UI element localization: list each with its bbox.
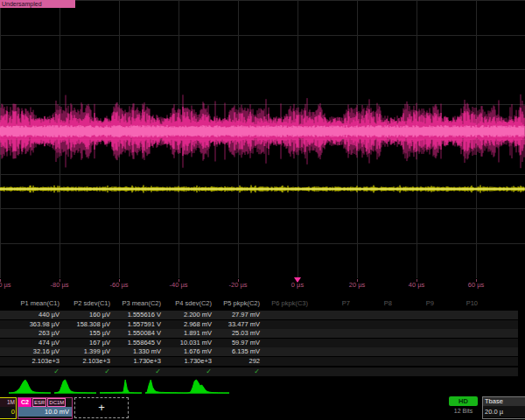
measure-value: 25.03 mV <box>195 329 260 338</box>
c1-coupling-tag: 1M <box>0 398 16 407</box>
timebase-axis: -100 µs-80 µs-60 µs-40 µs-20 µs0 µs20 µs… <box>0 279 525 291</box>
axis-tick-label: -100 µs <box>0 281 11 289</box>
histicon-p3[interactable] <box>100 378 142 395</box>
c2-descriptor-header: C2 ESR DC1M <box>18 398 72 407</box>
resolution-bits-label: 12 Bits <box>449 408 478 414</box>
c2-noise-trace-core <box>0 125 524 137</box>
channel-c1-descriptor[interactable]: 1M 0 mV <box>0 397 17 419</box>
histicon-p1[interactable] <box>9 378 51 395</box>
measure-header-row: P1 mean(C1)P2 sdev(C1)P3 mean(C2)P4 sdev… <box>0 299 525 309</box>
measure-stat-row: 440 µV160 µV1.555616 V2.200 mV27.97 mV <box>0 311 518 319</box>
timebase-scale: 20.0 µ <box>483 406 525 417</box>
c2-esr-tag: ESR <box>32 398 46 407</box>
axis-tick-label: 60 µs <box>468 281 485 289</box>
histicon-p5[interactable] <box>187 378 229 395</box>
param-header-unused-p10[interactable]: P10 <box>413 299 478 307</box>
measure-stat-row: 263 µV155 µV1.550084 V1.891 mV25.03 mV <box>0 329 518 338</box>
axis-tick-label: 20 µs <box>349 281 366 289</box>
histicon-p4[interactable] <box>145 378 187 395</box>
undersampled-warning-badge: Undersampled <box>0 0 75 8</box>
status-checkmark-icon: ✓ <box>195 368 260 375</box>
waveform-graticule <box>0 0 525 278</box>
channel-c2-descriptor[interactable]: C2 ESR DC1M 10.0 mV <box>18 397 73 419</box>
axis-tick-label: -20 µs <box>229 281 248 289</box>
axis-tick-label: -40 µs <box>170 281 188 289</box>
c2-coupling-tag: DC1M <box>47 398 66 407</box>
oscilloscope-screen: Undersampled -100 µs-80 µs-60 µs-40 µs-2… <box>0 0 525 420</box>
trigger-position-marker <box>294 277 301 283</box>
hd-mode-badge[interactable]: HD <box>449 396 478 406</box>
axis-tick-label: -80 µs <box>51 281 69 289</box>
parameter-histicons <box>0 378 525 396</box>
add-trace-button[interactable]: + <box>74 397 129 418</box>
c2-vertical-scale: 10.0 mV <box>18 407 72 416</box>
axis-tick-label: 40 µs <box>409 281 425 289</box>
measure-value: 59.97 mV <box>195 339 260 347</box>
timebase-descriptor[interactable]: Tbase 20.0 µ <box>482 396 525 419</box>
axis-tick-label: -60 µs <box>110 281 129 289</box>
measurement-table: P1 mean(C1)P2 sdev(C1)P3 mean(C2)P4 sdev… <box>0 299 525 378</box>
measure-stat-row: 363.98 µV158.308 µV1.557591 V2.968 mV33.… <box>0 320 518 329</box>
descriptor-bar: 1M 0 mV C2 ESR DC1M 10.0 mV + HD 12 Bits… <box>0 396 525 420</box>
measure-value: 33.477 mV <box>195 320 260 329</box>
measure-stat-row: 32.16 µV1.399 µV1.330 mV1.676 mV6.135 mV <box>0 347 518 356</box>
measure-value: 27.97 mV <box>195 311 260 319</box>
measure-value: 6.135 mV <box>195 347 260 356</box>
c1-vertical-scale: 0 mV <box>0 407 16 417</box>
histicon-p2[interactable] <box>54 378 96 395</box>
measure-status-row: ✓✓✓✓✓ <box>0 368 518 376</box>
measure-value: 292 <box>195 357 260 366</box>
measure-stat-row: 474 µV167 µV1.558645 V10.031 mV59.97 mV <box>0 339 518 347</box>
measure-stat-row: 2.103e+32.103e+31.730e+31.730e+3292 <box>0 357 518 366</box>
c2-channel-label: C2 <box>18 398 32 407</box>
timebase-label: Tbase <box>483 397 525 406</box>
